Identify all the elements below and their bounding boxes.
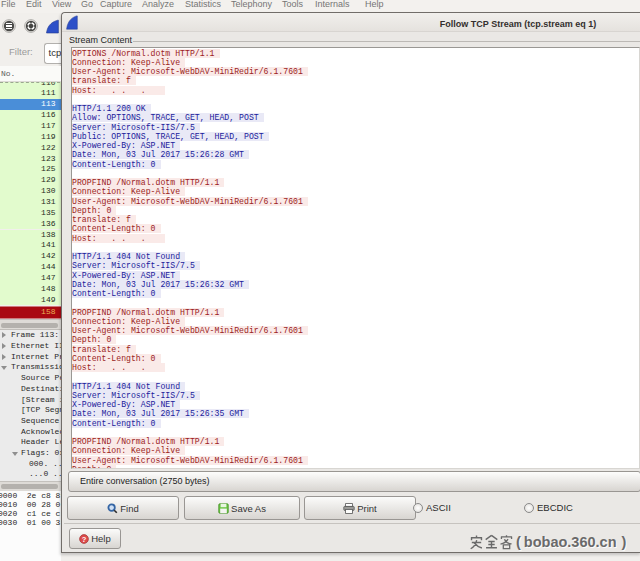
svg-text:?: ? <box>82 534 87 543</box>
